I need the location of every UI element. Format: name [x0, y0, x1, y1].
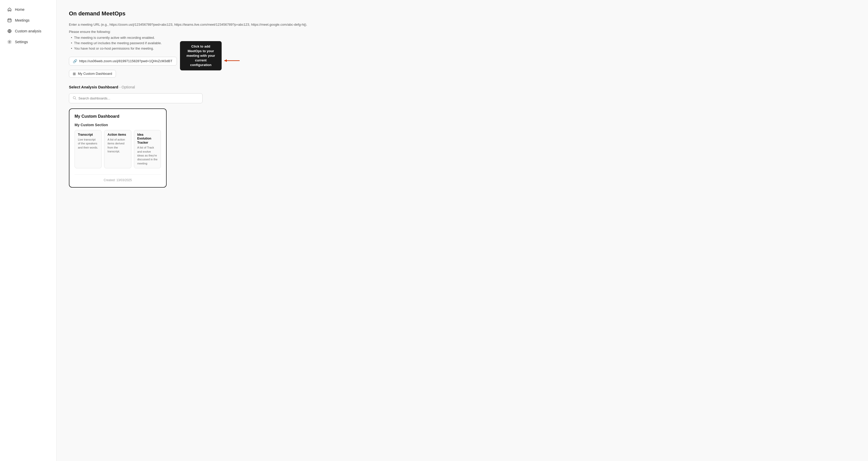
sidebar-item-settings[interactable]: Settings [2, 37, 54, 47]
gear-icon [7, 40, 12, 44]
arrow-icon [222, 58, 242, 65]
sidebar-item-custom-analysis-label: Custom analysis [15, 29, 41, 33]
optional-label: - Optional [119, 85, 135, 89]
card-item-idea-evolution-desc: A list of Track and evolve ideas as they… [137, 146, 158, 165]
tooltip-container: Add to meeting Click to add MeetOps to y… [180, 57, 216, 66]
card-item-action-items-desc: A list of action items derived from the … [107, 138, 128, 154]
dashboard-card-footer: Created: 13/03/2025 [74, 174, 161, 182]
url-input-wrapper[interactable]: 🔗 [69, 57, 177, 66]
requirement-item-1: The meeting is currently active with rec… [71, 36, 856, 40]
calendar-icon [7, 18, 12, 23]
card-item-transcript-title: Transcript [78, 133, 98, 137]
sidebar: Home Meetings Custom analysis [0, 0, 57, 461]
sidebar-item-home[interactable]: Home [2, 5, 54, 14]
tooltip-bubble: Click to add MeetOps to your meeting wit… [180, 41, 222, 71]
url-input[interactable] [79, 59, 173, 63]
search-bar[interactable] [69, 93, 203, 103]
url-input-row: 🔗 Add to meeting Click to add MeetOps to… [69, 57, 856, 66]
card-item-transcript-desc: Live transcript of the speakers and thei… [78, 138, 98, 150]
main-content: On demand MeetOps Enter a meeting URL (e… [57, 0, 868, 461]
sidebar-item-settings-label: Settings [15, 40, 28, 44]
card-items-row: Transcript Live transcript of the speake… [74, 130, 161, 169]
card-item-action-items: Action items A list of action items deri… [104, 130, 131, 169]
search-input[interactable] [79, 96, 199, 100]
grid-icon: ⊞ [73, 72, 76, 76]
card-item-action-items-title: Action items [107, 133, 128, 137]
search-icon [73, 96, 76, 100]
select-analysis-text: Select Analysis Dashboard [69, 85, 118, 89]
ensure-label: Please ensure the following: [69, 30, 856, 34]
card-item-idea-evolution: Idea Evolution Tracker A list of Track a… [134, 130, 161, 169]
dashboard-badge-label: My Custom Dashboard [78, 72, 112, 75]
dashboard-section-title: My Custom Section [74, 123, 161, 127]
svg-point-3 [9, 41, 10, 43]
svg-marker-5 [224, 59, 227, 62]
dashboard-badge[interactable]: ⊞ My Custom Dashboard [69, 70, 116, 77]
description-text: Enter a meeting URL (e.g., https://zoom.… [69, 22, 856, 27]
select-analysis-label: Select Analysis Dashboard - Optional [69, 85, 856, 89]
sidebar-item-home-label: Home [15, 7, 24, 11]
sidebar-item-meetings[interactable]: Meetings [2, 15, 54, 25]
sidebar-item-custom-analysis[interactable]: Custom analysis [2, 26, 54, 36]
sidebar-item-meetings-label: Meetings [15, 18, 30, 22]
dashboard-card-title: My Custom Dashboard [74, 114, 161, 119]
link-icon: 🔗 [73, 59, 77, 63]
card-item-transcript: Transcript Live transcript of the speake… [74, 130, 101, 169]
home-icon [7, 7, 12, 12]
dashboard-card: My Custom Dashboard My Custom Section Tr… [69, 108, 166, 188]
page-title: On demand MeetOps [69, 10, 856, 17]
svg-rect-0 [8, 19, 11, 22]
card-item-idea-evolution-title: Idea Evolution Tracker [137, 133, 158, 145]
custom-analysis-icon [7, 29, 12, 33]
